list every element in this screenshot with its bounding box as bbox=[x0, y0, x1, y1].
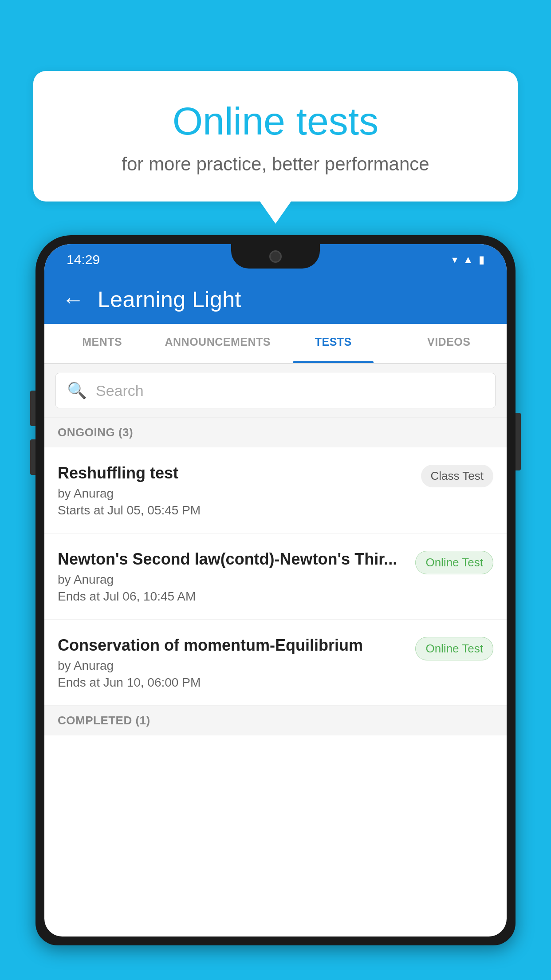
test-item-date: Ends at Jun 10, 06:00 PM bbox=[58, 676, 406, 690]
search-container: 🔍 Search bbox=[44, 364, 507, 418]
battery-icon: ▮ bbox=[479, 253, 484, 266]
notch bbox=[231, 244, 320, 269]
test-item-title: Newton's Second law(contd)-Newton's Thir… bbox=[58, 549, 406, 569]
test-item-date: Ends at Jul 06, 10:45 AM bbox=[58, 589, 406, 604]
test-item[interactable]: Conservation of momentum-Equilibrium by … bbox=[44, 620, 507, 706]
test-badge-class: Class Test bbox=[421, 465, 493, 487]
wifi-icon: ▾ bbox=[452, 253, 457, 266]
search-icon: 🔍 bbox=[67, 381, 87, 400]
phone-screen: 14:29 ▾ ▲ ▮ ← Learning Light MENTS bbox=[44, 244, 507, 937]
volume-up-button bbox=[30, 391, 35, 426]
test-item-title: Reshuffling test bbox=[58, 463, 412, 483]
search-input-wrapper[interactable]: 🔍 Search bbox=[55, 373, 496, 408]
volume-down-button bbox=[30, 439, 35, 475]
test-item-author: by Anurag bbox=[58, 486, 412, 501]
test-item-author: by Anurag bbox=[58, 573, 406, 587]
speech-bubble-container: Online tests for more practice, better p… bbox=[33, 71, 518, 224]
signal-icon: ▲ bbox=[463, 253, 473, 266]
completed-section-header: COMPLETED (1) bbox=[44, 706, 507, 735]
test-item[interactable]: Newton's Second law(contd)-Newton's Thir… bbox=[44, 533, 507, 620]
ongoing-section-header: ONGOING (3) bbox=[44, 418, 507, 447]
speech-bubble-title: Online tests bbox=[60, 100, 491, 143]
test-item-date: Starts at Jul 05, 05:45 PM bbox=[58, 503, 412, 518]
tab-announcements[interactable]: ANNOUNCEMENTS bbox=[160, 324, 276, 363]
test-item-content: Conservation of momentum-Equilibrium by … bbox=[58, 635, 406, 690]
tab-ments[interactable]: MENTS bbox=[44, 324, 160, 363]
speech-bubble: Online tests for more practice, better p… bbox=[33, 71, 518, 202]
test-badge-online: Online Test bbox=[415, 637, 493, 660]
camera bbox=[269, 250, 282, 263]
speech-bubble-arrow bbox=[260, 202, 291, 224]
speech-bubble-subtitle: for more practice, better performance bbox=[60, 154, 491, 175]
power-button bbox=[516, 413, 521, 470]
search-input[interactable]: Search bbox=[96, 382, 144, 399]
status-bar: 14:29 ▾ ▲ ▮ bbox=[44, 244, 507, 275]
status-time: 14:29 bbox=[67, 252, 100, 267]
test-item-author: by Anurag bbox=[58, 659, 406, 673]
tab-videos[interactable]: VIDEOS bbox=[391, 324, 507, 363]
test-item-title: Conservation of momentum-Equilibrium bbox=[58, 635, 406, 655]
tabs-container: MENTS ANNOUNCEMENTS TESTS VIDEOS bbox=[44, 324, 507, 364]
phone-container: 14:29 ▾ ▲ ▮ ← Learning Light MENTS bbox=[35, 235, 516, 980]
test-item-content: Reshuffling test by Anurag Starts at Jul… bbox=[58, 463, 412, 518]
app-bar-title: Learning Light bbox=[98, 287, 241, 312]
status-icons: ▾ ▲ ▮ bbox=[452, 253, 484, 266]
test-badge-online: Online Test bbox=[415, 551, 493, 574]
tab-tests[interactable]: TESTS bbox=[276, 324, 391, 363]
test-item-content: Newton's Second law(contd)-Newton's Thir… bbox=[58, 549, 406, 604]
back-button[interactable]: ← bbox=[62, 287, 84, 312]
test-item[interactable]: Reshuffling test by Anurag Starts at Jul… bbox=[44, 447, 507, 533]
phone-frame: 14:29 ▾ ▲ ▮ ← Learning Light MENTS bbox=[35, 235, 516, 945]
app-bar: ← Learning Light bbox=[44, 275, 507, 324]
